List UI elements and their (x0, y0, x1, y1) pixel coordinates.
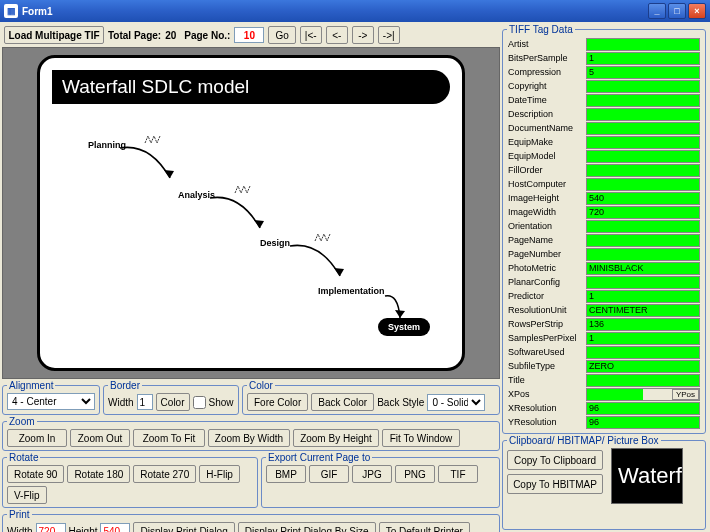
rotate-270-button[interactable]: Rotate 270 (133, 465, 196, 483)
rotate-90-button[interactable]: Rotate 90 (7, 465, 64, 483)
total-page-value: 20 (165, 30, 176, 41)
prev-page-button[interactable]: <- (326, 26, 348, 44)
print-height-input[interactable] (100, 523, 130, 532)
tiff-value-yresolution[interactable]: 96 (586, 416, 700, 429)
zoom-out-button[interactable]: Zoom Out (70, 429, 130, 447)
tiff-label-datetime: DateTime (508, 94, 584, 107)
tiff-value-equipmodel[interactable] (586, 150, 700, 163)
color-legend: Color (247, 380, 275, 391)
vflip-button[interactable]: V-Flip (7, 486, 47, 504)
border-width-input[interactable] (137, 394, 153, 410)
zoom-width-button[interactable]: Zoom By Width (208, 429, 290, 447)
tiff-value-artist[interactable] (586, 38, 700, 51)
zoom-in-button[interactable]: Zoom In (7, 429, 67, 447)
tiff-value-datetime[interactable] (586, 94, 700, 107)
tiff-label-hostcomputer: HostComputer (508, 178, 584, 191)
tiff-label-rowsperstrip: RowsPerStrip (508, 318, 584, 331)
clipboard-preview: Waterf (611, 448, 683, 504)
print-dialog-button[interactable]: Display Print Dialog (133, 522, 234, 532)
export-gif-button[interactable]: GIF (309, 465, 349, 483)
export-bmp-button[interactable]: BMP (266, 465, 306, 483)
close-button[interactable]: × (688, 3, 706, 19)
print-height-label: Height (69, 526, 98, 533)
tiff-value-resolutionunit[interactable]: CENTIMETER (586, 304, 700, 317)
load-multipage-button[interactable]: Load Multipage TIF (4, 26, 104, 44)
tiff-value-fillorder[interactable] (586, 164, 700, 177)
back-style-select[interactable]: 0 - Solid (427, 394, 485, 411)
next-page-button[interactable]: -> (352, 26, 374, 44)
alignment-select[interactable]: 4 - Center (7, 393, 95, 410)
tiff-value-compression[interactable]: 5 (586, 66, 700, 79)
go-button[interactable]: Go (268, 26, 295, 44)
tiff-value-xresolution[interactable]: 96 (586, 402, 700, 415)
border-color-button[interactable]: Color (156, 393, 190, 411)
back-color-button[interactable]: Back Color (311, 393, 374, 411)
image-preview: Waterfall SDLC model (2, 47, 500, 379)
tiff-label-predictor: Predictor (508, 290, 584, 303)
copy-clipboard-button[interactable]: Copy To Clipboard (507, 450, 603, 470)
tiff-label-copyright: Copyright (508, 80, 584, 93)
zoom-fit-button[interactable]: Zoom To Fit (133, 429, 205, 447)
tiff-value-equipmake[interactable] (586, 136, 700, 149)
tiff-value-title[interactable] (586, 374, 700, 387)
tiff-label-photometric: PhotoMetric (508, 262, 584, 275)
tiff-value-orientation[interactable] (586, 220, 700, 233)
tiff-value-documentname[interactable] (586, 122, 700, 135)
fit-window-button[interactable]: Fit To Window (382, 429, 460, 447)
page-no-label: Page No.: (184, 30, 230, 41)
tiff-label-planarconfig: PlanarConfig (508, 276, 584, 289)
stage-planning: Planning (88, 140, 126, 150)
maximize-button[interactable]: □ (668, 3, 686, 19)
alignment-legend: Alignment (7, 380, 55, 391)
tiff-value-planarconfig[interactable] (586, 276, 700, 289)
tiff-label-orientation: Orientation (508, 220, 584, 233)
rotate-180-button[interactable]: Rotate 180 (67, 465, 130, 483)
tiff-value-pagename[interactable] (586, 234, 700, 247)
tiff-label-documentname: DocumentName (508, 122, 584, 135)
tiff-label-pagenumber: PageNumber (508, 248, 584, 261)
tiff-value-imagewidth[interactable]: 720 (586, 206, 700, 219)
to-default-printer-button[interactable]: To Default Printer (379, 522, 470, 532)
export-legend: Export Current Page to (266, 452, 372, 463)
tiff-value-rowsperstrip[interactable]: 136 (586, 318, 700, 331)
export-jpg-button[interactable]: JPG (352, 465, 392, 483)
tiff-value-hostcomputer[interactable] (586, 178, 700, 191)
copy-hbitmap-button[interactable]: Copy To HBITMAP (507, 474, 603, 494)
tiff-value-predictor[interactable]: 1 (586, 290, 700, 303)
tiff-label-pagename: PageName (508, 234, 584, 247)
tiff-value-imageheight[interactable]: 540 (586, 192, 700, 205)
top-toolbar: Load Multipage TIF Total Page: 20 Page N… (2, 24, 500, 46)
export-png-button[interactable]: PNG (395, 465, 435, 483)
tiff-label-title: Title (508, 374, 584, 387)
last-page-button[interactable]: ->| (378, 26, 400, 44)
tiff-value-xpos[interactable]: YPos (586, 388, 700, 401)
tiff-value-softwareused[interactable] (586, 346, 700, 359)
print-width-label: Width (7, 526, 33, 533)
page-no-input[interactable] (234, 27, 264, 43)
tiff-label-yresolution: YResolution (508, 416, 584, 429)
border-show-checkbox[interactable] (193, 396, 206, 409)
tiff-grid: ArtistBitsPerSample1Compression5Copyrigh… (507, 37, 701, 430)
zoom-height-button[interactable]: Zoom By Height (293, 429, 379, 447)
export-tif-button[interactable]: TIF (438, 465, 478, 483)
fore-color-button[interactable]: Fore Color (247, 393, 308, 411)
tiff-value-subfiletype[interactable]: ZERO (586, 360, 700, 373)
tiff-value-bitspersample[interactable]: 1 (586, 52, 700, 65)
print-dialog-size-button[interactable]: Display Print Dialog By Size (238, 522, 376, 532)
tiff-value-copyright[interactable] (586, 80, 700, 93)
titlebar: ▦ Form1 _ □ × (0, 0, 710, 22)
zoom-legend: Zoom (7, 416, 37, 427)
print-width-input[interactable] (36, 523, 66, 532)
tiff-label-description: Description (508, 108, 584, 121)
tiff-value-description[interactable] (586, 108, 700, 121)
hflip-button[interactable]: H-Flip (199, 465, 240, 483)
back-style-label: Back Style (377, 397, 424, 408)
first-page-button[interactable]: |<- (300, 26, 322, 44)
ypos-button[interactable]: YPos (672, 389, 699, 400)
tiff-value-photometric[interactable]: MINISBLACK (586, 262, 700, 275)
print-legend: Print (7, 509, 32, 520)
tiff-value-pagenumber[interactable] (586, 248, 700, 261)
slide-title: Waterfall SDLC model (62, 76, 249, 98)
tiff-value-samplesperpixel[interactable]: 1 (586, 332, 700, 345)
minimize-button[interactable]: _ (648, 3, 666, 19)
